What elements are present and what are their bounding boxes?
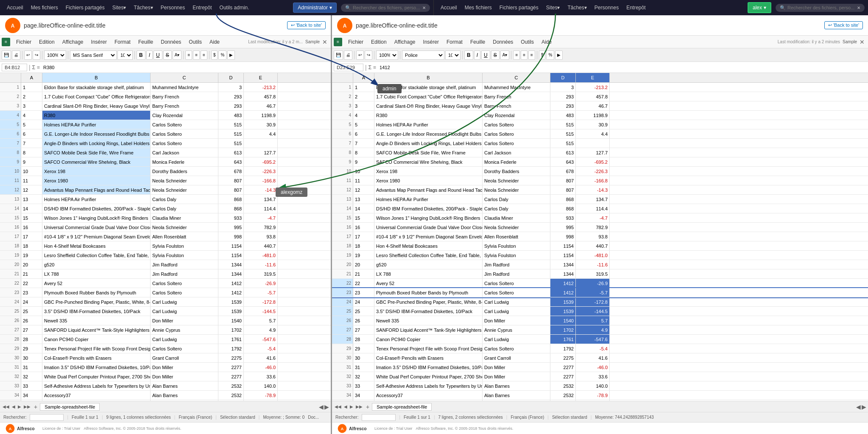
cell-c[interactable]: Carlos Daly (151, 195, 218, 204)
cell-b[interactable]: Canon PC940 Copier (374, 335, 483, 344)
font-size-right[interactable]: 10 (445, 50, 461, 60)
cell-e[interactable]: 5.7 (244, 316, 278, 325)
table-row[interactable]: 1515Wilson Jones 1" Hanging DublLock® Ri… (0, 213, 331, 223)
cell-c[interactable]: Neola Schneider (483, 185, 550, 194)
cell-c[interactable]: Dorothy Badders (483, 167, 550, 176)
table-row[interactable]: 221.7 Cubic Foot Compact "Cube" Office R… (332, 92, 868, 101)
table-row[interactable]: 11Eldon Base for stackable storage shelf… (0, 83, 331, 92)
cell-e[interactable]: 440.7 (576, 241, 610, 250)
cell-b[interactable]: Wilson Jones 1" Hanging DublLock® Ring B… (42, 213, 151, 222)
cell-b[interactable]: Self-Adhesive Address Labels for Typewri… (374, 381, 483, 390)
cell-b[interactable]: 1.7 Cubic Foot Compact "Cube" Office Ref… (42, 92, 151, 101)
sheet-tab-left[interactable]: Sample-spreadsheet-file (40, 403, 100, 411)
table-row[interactable]: 2828Canon PC940 CopierCarl Ludwig1761-54… (332, 335, 868, 344)
cell-c[interactable]: Carl Jackson (483, 148, 550, 157)
cell-c[interactable]: Grant Carroll (483, 353, 550, 362)
cell-d[interactable]: 807 (218, 185, 244, 194)
tb-align-center-right[interactable]: ≡ (521, 50, 527, 60)
nav-sites-right[interactable]: Sites▾ (543, 3, 564, 12)
cell-e[interactable]: -4.7 (576, 213, 610, 222)
cell-a[interactable]: 34 (353, 391, 374, 400)
tb-underline-right[interactable]: U (481, 50, 490, 60)
cell-a[interactable]: 5 (21, 120, 42, 129)
cell-a[interactable]: 29 (21, 344, 42, 353)
cell-d[interactable]: 1702 (550, 325, 576, 334)
tb-print-left[interactable]: 🖨 (12, 50, 20, 60)
cell-c[interactable]: Clay Rozendal (151, 111, 218, 120)
cell-a[interactable]: 34 (21, 391, 42, 400)
cell-a[interactable]: 17 (353, 232, 374, 241)
cell-c[interactable]: Neola Schneider (151, 223, 218, 232)
cell-a[interactable]: 15 (21, 213, 42, 222)
sheet-tab-right[interactable]: Sample-spreadsheet-file (372, 403, 432, 411)
cell-d[interactable]: 1344 (550, 269, 576, 278)
cell-e[interactable]: -78.9 (576, 391, 610, 400)
cell-c[interactable]: Neola Schneider (151, 176, 218, 185)
tb-align-left[interactable]: ≡ (185, 50, 192, 60)
cell-a[interactable]: 20 (21, 260, 42, 269)
cell-d[interactable]: 1154 (550, 251, 576, 260)
cell-c[interactable]: Neola Schneider (151, 185, 218, 194)
cell-d[interactable]: 1792 (550, 344, 576, 353)
table-row[interactable]: 2929Tenex Personal Project File with Sco… (332, 344, 868, 353)
table-row[interactable]: 2323Plymouth Boxed Rubber Bands by Plymo… (332, 288, 868, 297)
cell-a[interactable]: 8 (353, 148, 374, 157)
cell-d[interactable]: 1792 (218, 344, 244, 353)
cell-c[interactable]: Dorothy Badders (151, 167, 218, 176)
search-close-left[interactable]: ✕ (422, 6, 426, 10)
tb-more2-left[interactable]: ▶ (227, 50, 235, 60)
cell-a[interactable]: 24 (21, 297, 42, 306)
cell-e[interactable]: 1198.9 (244, 111, 278, 120)
tb-align-left-right[interactable]: ≡ (513, 50, 520, 60)
cell-b[interactable]: Plymouth Boxed Rubber Bands by Plymouth (42, 288, 151, 297)
cell-e[interactable]: 4.9 (576, 325, 610, 334)
table-row[interactable]: 33Cardinal Slant-D® Ring Binder, Heavy G… (0, 101, 331, 111)
tb-italic-right[interactable]: I (474, 50, 480, 60)
cell-d[interactable]: 1154 (218, 241, 244, 250)
cell-e[interactable] (244, 139, 278, 148)
search-input-left[interactable] (353, 5, 421, 10)
cell-b[interactable]: Lesro Sheffield Collection Coffee Table,… (374, 251, 483, 260)
scroll-right-right[interactable]: ▶ (862, 403, 866, 410)
cell-a[interactable]: 13 (353, 195, 374, 204)
menu-feuille-left[interactable]: Feuille (135, 38, 156, 46)
menu-format-right[interactable]: Format (443, 38, 466, 46)
cell-d[interactable]: 613 (218, 148, 244, 157)
cell-b[interactable]: Imation 3.5" DS/HD IBM Formatted Diskett… (42, 363, 151, 372)
cell-a[interactable]: 4 (21, 111, 42, 120)
cell-b[interactable]: Eldon Base for stackable storage shelf, … (42, 83, 151, 92)
cell-c[interactable]: Don Miller (483, 372, 550, 381)
table-row[interactable]: 25253.5" DS/HD IBM-Formatted Diskettes, … (0, 307, 331, 316)
tb-redo-right[interactable]: ↪ (365, 50, 372, 60)
table-row[interactable]: 1919Lesro Sheffield Collection Coffee Ta… (332, 251, 868, 260)
table-row[interactable]: 2020g520Jim Radford1344-11.6 (332, 260, 868, 269)
table-row[interactable]: 3232White Dual Perf Computer Printout Pa… (0, 372, 331, 381)
cell-a[interactable]: 8 (21, 148, 42, 157)
cell-c[interactable]: Allen Rosenblatt (483, 232, 550, 241)
cell-b[interactable]: LX 788 (374, 269, 483, 278)
table-row[interactable]: 1212Advantus Map Pennant Flags and Round… (332, 185, 868, 195)
cell-e[interactable] (576, 139, 610, 148)
cell-a[interactable]: 2 (353, 92, 374, 101)
cell-a[interactable]: 32 (353, 372, 374, 381)
cell-b[interactable]: DS/HD IBM Formatted Diskettes, 200/Pack … (374, 204, 483, 213)
cell-a[interactable]: 32 (21, 372, 42, 381)
cell-b[interactable]: G.E. Longer-Life Indoor Recessed Floodli… (374, 129, 483, 138)
cell-a[interactable]: 16 (21, 223, 42, 232)
cell-d[interactable]: 293 (218, 92, 244, 101)
cell-c[interactable]: Muhammed MacIntyre (483, 83, 550, 92)
tb-more-left[interactable]: A▾ (173, 50, 182, 60)
menu-aide-right[interactable]: Aide (538, 38, 555, 46)
menu-outils-left[interactable]: Outils (185, 38, 205, 46)
nav-next-right[interactable]: ▶ (349, 403, 354, 410)
cell-c[interactable]: Neola Schneider (483, 176, 550, 185)
back-to-site-left[interactable]: ↩ 'Back to site' (287, 21, 326, 29)
table-row[interactable]: 2626Newell 335Don Miller15405.7 (0, 316, 331, 325)
cell-e[interactable]: -547.6 (244, 335, 278, 344)
cell-b[interactable]: Angle-D Binders with Locking Rings, Labe… (374, 139, 483, 148)
cell-d[interactable]: 515 (550, 120, 576, 129)
cell-b[interactable]: R380 (374, 111, 483, 120)
cell-c[interactable]: Muhammed MacIntyre (151, 83, 218, 92)
cell-a[interactable]: 33 (353, 381, 374, 390)
cell-d[interactable]: 2532 (550, 391, 576, 400)
